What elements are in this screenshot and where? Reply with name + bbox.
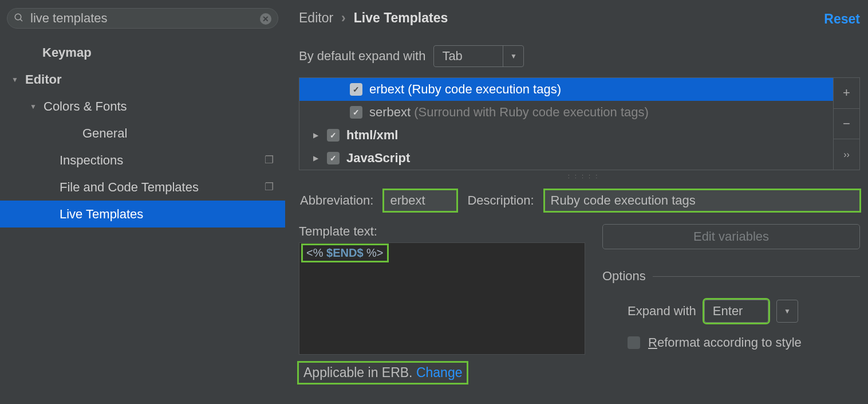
search-input[interactable] (7, 8, 278, 29)
options-header: Options (602, 269, 860, 284)
more-button[interactable]: ›› (834, 139, 859, 170)
chevron-down-icon: ▼ (503, 46, 523, 66)
expand-arrow-icon[interactable]: ▶ (304, 131, 327, 139)
default-expand-select[interactable]: Tab ▼ (433, 45, 524, 67)
remove-button[interactable]: − (834, 109, 859, 140)
group-name: JavaScript (346, 151, 410, 166)
template-text-section: Template text: <% $END$ %> Applicable in… (299, 224, 860, 383)
default-expand-label: By default expand with (299, 49, 425, 64)
code-variable: $END$ (326, 246, 363, 259)
expand-with-label: Expand with (628, 304, 696, 319)
group-name: html/xml (346, 128, 398, 143)
template-name: erbext (369, 82, 404, 97)
template-list[interactable]: erbext (Ruby code execution tags) serbex… (299, 77, 834, 170)
search-icon (14, 13, 24, 26)
checkbox-checked-icon[interactable] (327, 129, 340, 142)
template-desc: (Ruby code execution tags) (408, 82, 561, 97)
tree-item-keymap[interactable]: Keymap (0, 39, 285, 66)
grip-handle-icon[interactable]: : : : : : (299, 172, 868, 179)
svg-line-1 (20, 19, 22, 21)
tree-item-general[interactable]: General (0, 120, 285, 147)
code-token: %> (366, 246, 383, 259)
template-group-javascript[interactable]: ▶ JavaScript (299, 147, 833, 170)
reformat-label: Reformat according to style (648, 335, 802, 350)
breadcrumb: Editor › Live Templates (299, 10, 868, 26)
breadcrumb-parent[interactable]: Editor (299, 10, 333, 26)
abbrev-input[interactable] (384, 190, 457, 211)
divider (653, 276, 860, 277)
expand-with-row: Expand with Enter ▼ (602, 300, 860, 323)
template-list-container: erbext (Ruby code execution tags) serbex… (299, 77, 860, 170)
default-expand-row: By default expand with Tab ▼ (299, 45, 868, 67)
checkbox-checked-icon[interactable] (350, 83, 362, 96)
abbrev-desc-row: Abbreviation: Description: (300, 190, 868, 211)
applicable-context: Applicable in ERB. Change (299, 363, 467, 383)
tree-label: Inspections (60, 153, 123, 168)
expand-arrow-icon[interactable] (30, 103, 44, 111)
tree-item-editor[interactable]: Editor (0, 66, 285, 93)
template-desc: (Surround with Ruby code execution tags) (414, 105, 649, 120)
abbrev-label: Abbreviation: (300, 193, 373, 208)
svg-point-0 (15, 14, 21, 20)
tree-label: Editor (25, 72, 62, 87)
tree-label: Live Templates (60, 207, 143, 222)
settings-tree: Keymap Editor Colors & Fonts General Ins… (0, 33, 285, 228)
template-item-erbext[interactable]: erbext (Ruby code execution tags) (299, 78, 833, 101)
change-link[interactable]: Change (416, 365, 463, 380)
project-overlay-icon: ❐ (265, 154, 274, 166)
tree-label: File and Code Templates (60, 180, 199, 195)
checkbox-checked-icon[interactable] (350, 106, 362, 119)
template-text-label: Template text: (299, 224, 585, 239)
search-container: ✕ (0, 8, 285, 33)
list-side-toolbar: + − ›› (834, 77, 860, 170)
clear-icon[interactable]: ✕ (260, 13, 271, 25)
checkbox-checked-icon[interactable] (327, 152, 340, 164)
expand-arrow-icon[interactable] (11, 76, 25, 84)
settings-sidebar: ✕ Keymap Editor Colors & Fonts General I… (0, 0, 285, 404)
tree-label: Colors & Fonts (44, 99, 127, 114)
breadcrumb-current: Live Templates (354, 10, 448, 26)
desc-label: Description: (467, 193, 534, 208)
select-value: Tab (434, 49, 503, 64)
applicable-text: Applicable in ERB. (303, 365, 413, 380)
settings-main-panel: Editor › Live Templates Reset By default… (285, 0, 868, 404)
reformat-row[interactable]: Reformat according to style (602, 335, 860, 350)
template-group-html-xml[interactable]: ▶ html/xml (299, 124, 833, 147)
chevron-right-icon: › (341, 10, 346, 26)
template-item-serbext[interactable]: serbext (Surround with Ruby code executi… (299, 101, 833, 124)
tree-item-inspections[interactable]: Inspections ❐ (0, 147, 285, 174)
chevron-down-icon: ▼ (777, 300, 798, 322)
tree-label: General (82, 126, 127, 141)
template-name: serbext (369, 105, 411, 120)
expand-with-select[interactable]: Enter (704, 300, 768, 323)
project-overlay-icon: ❐ (265, 181, 274, 193)
expand-arrow-icon[interactable]: ▶ (304, 154, 327, 162)
tree-item-live-templates[interactable]: Live Templates (0, 201, 285, 228)
add-button[interactable]: + (834, 78, 859, 109)
tree-item-colors-fonts[interactable]: Colors & Fonts (0, 93, 285, 120)
expand-with-dropdown[interactable]: ▼ (776, 300, 798, 323)
checkbox-unchecked-icon[interactable] (628, 336, 640, 349)
options-label: Options (602, 269, 646, 284)
select-value: Enter (705, 304, 768, 319)
tree-label: Keymap (42, 45, 92, 60)
template-code-highlight: <% $END$ %> (303, 245, 387, 261)
edit-variables-button: Edit variables (602, 224, 860, 249)
tree-item-file-code-templates[interactable]: File and Code Templates ❐ (0, 174, 285, 201)
desc-input[interactable] (545, 190, 860, 211)
code-token: <% (306, 246, 323, 259)
reset-button[interactable]: Reset (824, 11, 860, 27)
template-text-editor[interactable]: <% $END$ %> (299, 242, 585, 355)
